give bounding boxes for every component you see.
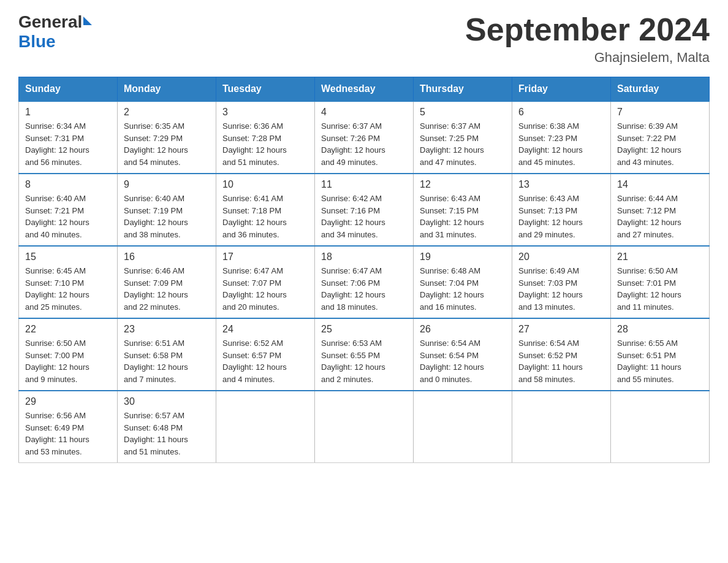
calendar-cell: 7Sunrise: 6:39 AMSunset: 7:22 PMDaylight…: [611, 101, 710, 174]
day-info: Sunrise: 6:43 AMSunset: 7:13 PMDaylight:…: [518, 194, 583, 239]
day-info: Sunrise: 6:40 AMSunset: 7:19 PMDaylight:…: [124, 194, 188, 239]
calendar-cell: 11Sunrise: 6:42 AMSunset: 7:16 PMDayligh…: [315, 174, 414, 246]
day-info: Sunrise: 6:54 AMSunset: 6:54 PMDaylight:…: [420, 339, 484, 384]
day-number: 16: [124, 251, 210, 262]
calendar-cell: 1Sunrise: 6:34 AMSunset: 7:31 PMDaylight…: [19, 101, 118, 174]
day-number: 27: [518, 324, 604, 335]
day-number: 14: [617, 179, 703, 190]
day-info: Sunrise: 6:36 AMSunset: 7:28 PMDaylight:…: [222, 121, 287, 167]
calendar-cell: 8Sunrise: 6:40 AMSunset: 7:21 PMDaylight…: [19, 174, 118, 246]
column-header-monday: Monday: [118, 77, 216, 102]
day-number: 18: [321, 251, 407, 262]
day-number: 7: [617, 107, 703, 118]
day-number: 3: [222, 107, 308, 118]
day-number: 10: [222, 179, 308, 190]
column-header-thursday: Thursday: [414, 77, 512, 102]
day-number: 2: [124, 107, 210, 118]
column-header-friday: Friday: [512, 77, 611, 102]
calendar-cell: 29Sunrise: 6:56 AMSunset: 6:49 PMDayligh…: [19, 391, 118, 463]
day-number: 28: [617, 324, 703, 335]
day-number: 1: [25, 107, 111, 118]
day-number: 25: [321, 324, 407, 335]
day-number: 17: [222, 251, 308, 262]
calendar-week-row: 1Sunrise: 6:34 AMSunset: 7:31 PMDaylight…: [19, 101, 710, 174]
calendar-header-row: SundayMondayTuesdayWednesdayThursdayFrid…: [19, 77, 710, 102]
day-number: 13: [518, 179, 604, 190]
day-info: Sunrise: 6:57 AMSunset: 6:48 PMDaylight:…: [124, 411, 188, 456]
calendar-cell: 12Sunrise: 6:43 AMSunset: 7:15 PMDayligh…: [414, 174, 512, 246]
calendar-cell: 27Sunrise: 6:54 AMSunset: 6:52 PMDayligh…: [512, 318, 611, 391]
day-info: Sunrise: 6:47 AMSunset: 7:06 PMDaylight:…: [321, 266, 385, 312]
day-info: Sunrise: 6:54 AMSunset: 6:52 PMDaylight:…: [518, 339, 583, 384]
day-info: Sunrise: 6:45 AMSunset: 7:10 PMDaylight:…: [25, 266, 89, 312]
calendar-cell: 28Sunrise: 6:55 AMSunset: 6:51 PMDayligh…: [611, 318, 710, 391]
day-number: 11: [321, 179, 407, 190]
day-info: Sunrise: 6:43 AMSunset: 7:15 PMDaylight:…: [420, 194, 484, 239]
day-number: 30: [124, 396, 210, 407]
day-info: Sunrise: 6:47 AMSunset: 7:07 PMDaylight:…: [222, 266, 287, 312]
calendar-cell: 2Sunrise: 6:35 AMSunset: 7:29 PMDaylight…: [118, 101, 216, 174]
calendar-cell: 26Sunrise: 6:54 AMSunset: 6:54 PMDayligh…: [414, 318, 512, 391]
day-info: Sunrise: 6:35 AMSunset: 7:29 PMDaylight:…: [124, 121, 188, 167]
day-number: 9: [124, 179, 210, 190]
title-area: September 2024 Ghajnsielem, Malta: [465, 12, 710, 66]
calendar-cell: 20Sunrise: 6:49 AMSunset: 7:03 PMDayligh…: [512, 246, 611, 318]
calendar-week-row: 29Sunrise: 6:56 AMSunset: 6:49 PMDayligh…: [19, 391, 710, 463]
calendar-cell: 15Sunrise: 6:45 AMSunset: 7:10 PMDayligh…: [19, 246, 118, 318]
column-header-sunday: Sunday: [19, 77, 118, 102]
day-number: 15: [25, 251, 111, 262]
column-header-wednesday: Wednesday: [315, 77, 414, 102]
day-info: Sunrise: 6:51 AMSunset: 6:58 PMDaylight:…: [124, 339, 188, 384]
day-info: Sunrise: 6:53 AMSunset: 6:55 PMDaylight:…: [321, 339, 385, 384]
location-title: Ghajnsielem, Malta: [465, 50, 710, 66]
logo-triangle-icon: [83, 17, 92, 25]
calendar-cell: 10Sunrise: 6:41 AMSunset: 7:18 PMDayligh…: [216, 174, 315, 246]
logo-general-text: General: [18, 12, 82, 32]
calendar-cell: 9Sunrise: 6:40 AMSunset: 7:19 PMDaylight…: [118, 174, 216, 246]
day-info: Sunrise: 6:50 AMSunset: 7:01 PMDaylight:…: [617, 266, 681, 312]
day-info: Sunrise: 6:56 AMSunset: 6:49 PMDaylight:…: [25, 411, 89, 456]
day-number: 29: [25, 396, 111, 407]
day-number: 20: [518, 251, 604, 262]
day-info: Sunrise: 6:50 AMSunset: 7:00 PMDaylight:…: [25, 339, 89, 384]
day-info: Sunrise: 6:37 AMSunset: 7:26 PMDaylight:…: [321, 121, 385, 167]
day-info: Sunrise: 6:40 AMSunset: 7:21 PMDaylight:…: [25, 194, 89, 239]
logo-blue-text: Blue: [18, 32, 92, 52]
day-info: Sunrise: 6:44 AMSunset: 7:12 PMDaylight:…: [617, 194, 681, 239]
calendar-cell: 30Sunrise: 6:57 AMSunset: 6:48 PMDayligh…: [118, 391, 216, 463]
calendar-week-row: 15Sunrise: 6:45 AMSunset: 7:10 PMDayligh…: [19, 246, 710, 318]
column-header-tuesday: Tuesday: [216, 77, 315, 102]
calendar-cell: 16Sunrise: 6:46 AMSunset: 7:09 PMDayligh…: [118, 246, 216, 318]
logo: General Blue: [18, 12, 92, 52]
calendar-cell: 6Sunrise: 6:38 AMSunset: 7:23 PMDaylight…: [512, 101, 611, 174]
column-header-saturday: Saturday: [611, 77, 710, 102]
day-number: 12: [420, 179, 506, 190]
day-number: 5: [420, 107, 506, 118]
calendar-cell: 21Sunrise: 6:50 AMSunset: 7:01 PMDayligh…: [611, 246, 710, 318]
calendar-cell: 17Sunrise: 6:47 AMSunset: 7:07 PMDayligh…: [216, 246, 315, 318]
calendar-cell: 25Sunrise: 6:53 AMSunset: 6:55 PMDayligh…: [315, 318, 414, 391]
calendar-cell: 14Sunrise: 6:44 AMSunset: 7:12 PMDayligh…: [611, 174, 710, 246]
calendar-cell: 4Sunrise: 6:37 AMSunset: 7:26 PMDaylight…: [315, 101, 414, 174]
day-info: Sunrise: 6:37 AMSunset: 7:25 PMDaylight:…: [420, 121, 484, 167]
calendar-cell: 3Sunrise: 6:36 AMSunset: 7:28 PMDaylight…: [216, 101, 315, 174]
day-number: 21: [617, 251, 703, 262]
calendar-cell: [315, 391, 414, 463]
day-info: Sunrise: 6:42 AMSunset: 7:16 PMDaylight:…: [321, 194, 385, 239]
calendar-cell: 13Sunrise: 6:43 AMSunset: 7:13 PMDayligh…: [512, 174, 611, 246]
day-number: 22: [25, 324, 111, 335]
calendar-cell: 18Sunrise: 6:47 AMSunset: 7:06 PMDayligh…: [315, 246, 414, 318]
day-info: Sunrise: 6:34 AMSunset: 7:31 PMDaylight:…: [25, 121, 89, 167]
day-number: 23: [124, 324, 210, 335]
calendar-week-row: 22Sunrise: 6:50 AMSunset: 7:00 PMDayligh…: [19, 318, 710, 391]
day-number: 24: [222, 324, 308, 335]
calendar-cell: 24Sunrise: 6:52 AMSunset: 6:57 PMDayligh…: [216, 318, 315, 391]
day-number: 8: [25, 179, 111, 190]
day-info: Sunrise: 6:52 AMSunset: 6:57 PMDaylight:…: [222, 339, 287, 384]
calendar-cell: 23Sunrise: 6:51 AMSunset: 6:58 PMDayligh…: [118, 318, 216, 391]
calendar-table: SundayMondayTuesdayWednesdayThursdayFrid…: [18, 77, 710, 463]
month-title: September 2024: [465, 12, 710, 47]
day-number: 19: [420, 251, 506, 262]
calendar-cell: [216, 391, 315, 463]
calendar-cell: 19Sunrise: 6:48 AMSunset: 7:04 PMDayligh…: [414, 246, 512, 318]
